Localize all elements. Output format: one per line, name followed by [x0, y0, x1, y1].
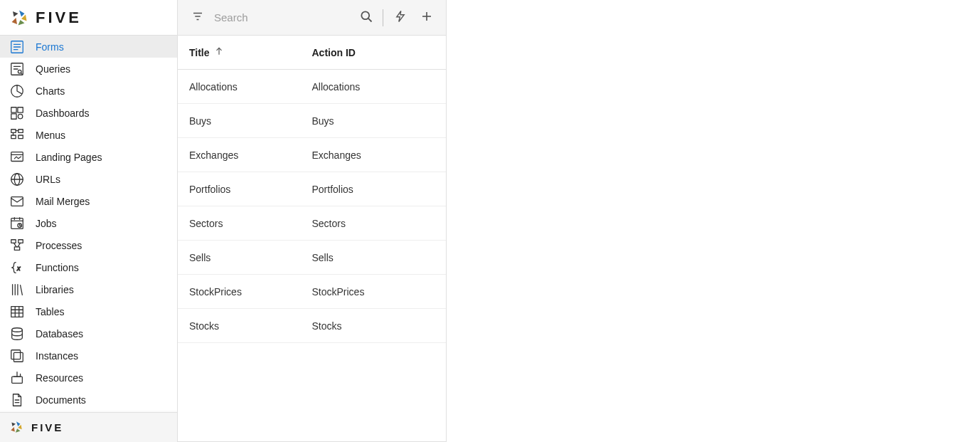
toolbar-divider [383, 9, 383, 26]
table-row[interactable]: AllocationsAllocations [178, 70, 446, 104]
table-row[interactable]: SellsSells [178, 241, 446, 275]
cell-action-id: Sells [312, 252, 435, 263]
cell-action-id: Exchanges [312, 149, 435, 161]
sidebar-item-label: Jobs [36, 218, 57, 229]
table-row[interactable]: SectorsSectors [178, 206, 446, 241]
svg-line-8 [21, 73, 23, 74]
search-button[interactable] [356, 8, 376, 28]
svg-text:x: x [16, 264, 21, 271]
cell-title: Stocks [189, 320, 312, 332]
sort-ascending-icon [214, 46, 224, 58]
sidebar-item-jobs[interactable]: Jobs [0, 212, 177, 234]
svg-point-48 [12, 327, 23, 332]
footer-brand-name: FIVE [31, 421, 63, 433]
svg-point-13 [18, 114, 22, 118]
list-panel: Title Action ID AllocationsAllocationsBu… [178, 0, 447, 442]
svg-line-37 [18, 243, 21, 247]
svg-rect-15 [18, 129, 23, 132]
column-header-title[interactable]: Title [189, 46, 312, 58]
sidebar-item-charts[interactable]: Charts [0, 80, 177, 102]
sidebar-item-label: Resources [36, 372, 83, 384]
document-icon [7, 392, 27, 408]
sidebar-item-label: Dashboards [36, 107, 90, 119]
sidebar-item-landing-pages[interactable]: Landing Pages [0, 146, 177, 168]
sidebar-item-label: Functions [36, 262, 79, 273]
resource-icon [7, 370, 27, 386]
sidebar-item-forms[interactable]: Forms [0, 36, 177, 58]
cell-title: Allocations [189, 81, 312, 93]
column-title-label: Title [189, 47, 210, 58]
sidebar: FIVE FormsQueriesChartsDashboardsMenusLa… [0, 0, 178, 442]
table-icon [7, 304, 27, 320]
cell-action-id: Stocks [312, 320, 435, 332]
mail-icon [7, 194, 27, 209]
sidebar-header: FIVE [0, 0, 177, 36]
svg-point-57 [361, 11, 369, 19]
sidebar-item-label: Queries [36, 63, 70, 75]
sidebar-item-tables[interactable]: Tables [0, 300, 177, 322]
svg-line-32 [20, 225, 21, 226]
sidebar-item-mail-merges[interactable]: Mail Merges [0, 190, 177, 212]
cell-title: Sells [189, 252, 312, 263]
sidebar-item-queries[interactable]: Queries [0, 58, 177, 80]
svg-rect-33 [11, 239, 16, 243]
svg-rect-35 [14, 246, 19, 250]
cell-title: Sectors [189, 218, 312, 229]
sidebar-item-processes[interactable]: Processes [0, 234, 177, 256]
svg-line-36 [14, 243, 16, 247]
data-table: Title Action ID AllocationsAllocationsBu… [178, 36, 446, 441]
cell-action-id: Allocations [312, 81, 435, 93]
filter-button[interactable] [188, 8, 207, 28]
svg-rect-49 [11, 349, 21, 359]
table-row[interactable]: BuysBuys [178, 104, 446, 138]
cell-action-id: Portfolios [312, 184, 435, 195]
svg-line-58 [368, 19, 371, 22]
sidebar-item-documents[interactable]: Documents [0, 389, 177, 411]
sidebar-item-instances[interactable]: Instances [0, 344, 177, 367]
sidebar-item-label: Documents [36, 394, 86, 406]
sidebar-footer[interactable]: FIVE [0, 412, 177, 442]
sidebar-item-databases[interactable]: Databases [0, 322, 177, 344]
sidebar-item-dashboards[interactable]: Dashboards [0, 102, 177, 124]
lightning-button[interactable] [390, 8, 410, 28]
lightning-icon [394, 10, 407, 25]
filter-icon [191, 10, 204, 25]
sidebar-item-label: Landing Pages [36, 152, 102, 163]
menu-icon [7, 127, 27, 143]
table-row[interactable]: StocksStocks [178, 309, 446, 343]
sidebar-item-label: Charts [36, 85, 65, 97]
logo-icon [9, 7, 30, 28]
cell-action-id: Buys [312, 115, 435, 127]
svg-rect-50 [14, 352, 23, 362]
function-icon: x [7, 260, 27, 275]
svg-rect-25 [11, 196, 23, 206]
svg-line-42 [21, 285, 23, 295]
svg-rect-43 [11, 306, 23, 317]
cell-title: Buys [189, 115, 312, 127]
cell-title: StockPrices [189, 286, 312, 298]
sidebar-item-resources[interactable]: Resources [0, 367, 177, 389]
sidebar-item-menus[interactable]: Menus [0, 124, 177, 146]
url-icon [7, 172, 27, 187]
sidebar-item-label: URLs [36, 174, 60, 185]
cell-title: Portfolios [189, 184, 312, 195]
svg-rect-16 [11, 135, 16, 139]
sidebar-item-label: Instances [36, 350, 78, 362]
search-input[interactable] [214, 11, 349, 23]
sidebar-item-urls[interactable]: URLs [0, 168, 177, 190]
sidebar-item-libraries[interactable]: Libraries [0, 278, 177, 300]
brand-name: FIVE [36, 9, 82, 27]
search-icon [359, 9, 373, 26]
sidebar-item-functions[interactable]: xFunctions [0, 256, 177, 278]
column-header-action-id[interactable]: Action ID [312, 47, 435, 58]
table-row[interactable]: PortfoliosPortfolios [178, 172, 446, 206]
svg-rect-17 [18, 135, 23, 139]
table-row[interactable]: StockPricesStockPrices [178, 275, 446, 309]
library-icon [7, 282, 27, 298]
add-button[interactable] [417, 8, 436, 28]
landing-icon [7, 149, 27, 165]
sidebar-nav[interactable]: FormsQueriesChartsDashboardsMenusLanding… [0, 36, 177, 412]
cell-title: Exchanges [189, 149, 312, 161]
column-action-label: Action ID [312, 47, 356, 58]
table-row[interactable]: ExchangesExchanges [178, 138, 446, 172]
